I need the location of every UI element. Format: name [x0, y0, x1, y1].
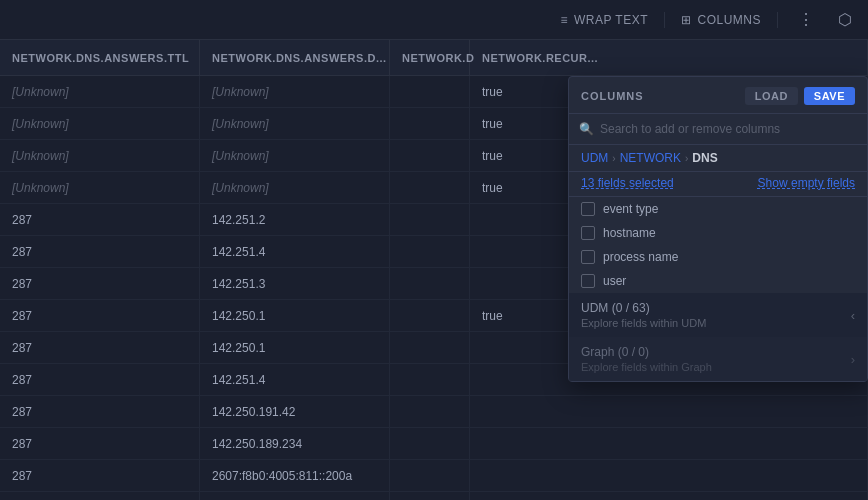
table-cell — [470, 428, 868, 459]
toolbar-divider-1 — [664, 12, 665, 28]
panel-header: COLUMNS LOAD SAVE — [569, 77, 867, 114]
table-cell: 2607:f8b0:4005:811::200a — [200, 460, 390, 491]
udm-section-subtitle: Explore fields within UDM — [581, 317, 706, 329]
table-cell: 142.250.191.42 — [200, 396, 390, 427]
breadcrumb: UDM › NETWORK › DNS — [569, 145, 867, 172]
field-item-process-name[interactable]: process name — [569, 245, 867, 269]
table-cell: 142.251.4 — [200, 364, 390, 395]
table-cell: 287 — [0, 204, 200, 235]
field-label-hostname: hostname — [603, 226, 855, 240]
table-cell — [390, 140, 470, 171]
cell-unknown: [Unknown] — [200, 108, 390, 139]
col-header-2: NETWORK.DNS.ANSWERS.D... — [200, 40, 390, 75]
col-header-last: NETWORK.RECUR... — [470, 40, 868, 75]
panel-actions: LOAD SAVE — [745, 87, 855, 105]
table-cell: 142.251.2 — [200, 204, 390, 235]
table-cell: 142.250.189.234 — [200, 428, 390, 459]
search-container: 🔍 — [569, 114, 867, 145]
table-cell: 287 — [0, 492, 200, 500]
cell-unknown: [Unknown] — [0, 172, 200, 203]
table-cell: 142.251.4 — [200, 236, 390, 267]
checkbox-event-type[interactable] — [581, 202, 595, 216]
udm-section-left: UDM (0 / 63) Explore fields within UDM — [581, 301, 706, 329]
checkbox-hostname[interactable] — [581, 226, 595, 240]
breadcrumb-separator-1: › — [612, 153, 615, 164]
col-header-1: NETWORK.DNS.ANSWERS.TTL — [0, 40, 200, 75]
wrap-text-icon: ≡ — [560, 13, 568, 27]
table-header: NETWORK.DNS.ANSWERS.TTL NETWORK.DNS.ANSW… — [0, 40, 868, 76]
more-options-button[interactable]: ⋮ — [794, 8, 818, 31]
table-cell: 287 — [0, 268, 200, 299]
field-label-user: user — [603, 274, 855, 288]
table-row: 287 2607:f8b0:4005:806::200a 3690 — [0, 492, 868, 500]
col-header-3: NETWORK.D — [390, 40, 470, 75]
table-cell — [390, 268, 470, 299]
table-cell — [390, 204, 470, 235]
table-cell — [470, 492, 868, 500]
table-cell — [390, 428, 470, 459]
graph-section-subtitle: Explore fields within Graph — [581, 361, 712, 373]
table-row: 287 2607:f8b0:4005:811::200a — [0, 460, 868, 492]
table-cell — [390, 236, 470, 267]
search-input[interactable] — [600, 122, 857, 136]
breadcrumb-level1[interactable]: NETWORK — [620, 151, 681, 165]
unchecked-field-list: event type hostname process name user — [569, 197, 867, 293]
panel-title: COLUMNS — [581, 90, 644, 102]
table-cell: 287 — [0, 428, 200, 459]
table-cell — [390, 108, 470, 139]
table-cell: 3690 — [390, 492, 470, 500]
columns-label: COLUMNS — [697, 13, 761, 27]
show-empty-fields[interactable]: Show empty fields — [758, 176, 855, 190]
columns-button[interactable]: ⊞ COLUMNS — [681, 13, 761, 27]
field-item-event-type[interactable]: event type — [569, 197, 867, 221]
toolbar-divider-2 — [777, 12, 778, 28]
udm-section[interactable]: UDM (0 / 63) Explore fields within UDM ‹ — [569, 293, 867, 337]
load-button[interactable]: LOAD — [745, 87, 798, 105]
table-cell: 287 — [0, 396, 200, 427]
field-item-hostname[interactable]: hostname — [569, 221, 867, 245]
graph-section-arrow: › — [851, 352, 855, 367]
breadcrumb-current: DNS — [692, 151, 717, 165]
table-cell — [470, 460, 868, 491]
table-cell — [390, 364, 470, 395]
wrap-text-button[interactable]: ≡ WRAP TEXT — [560, 13, 648, 27]
udm-section-arrow: ‹ — [851, 308, 855, 323]
udm-section-title: UDM (0 / 63) — [581, 301, 706, 315]
table-cell — [390, 172, 470, 203]
table-cell: 2607:f8b0:4005:806::200a — [200, 492, 390, 500]
table-cell: 287 — [0, 364, 200, 395]
search-icon: 🔍 — [579, 122, 594, 136]
columns-icon: ⊞ — [681, 13, 692, 27]
table-cell: 142.250.1 — [200, 332, 390, 363]
graph-section-title: Graph (0 / 0) — [581, 345, 712, 359]
table-cell: 287 — [0, 300, 200, 331]
breadcrumb-separator-2: › — [685, 153, 688, 164]
breadcrumb-root[interactable]: UDM — [581, 151, 608, 165]
wrap-text-label: WRAP TEXT — [574, 13, 648, 27]
table-cell: 142.251.3 — [200, 268, 390, 299]
checkbox-process-name[interactable] — [581, 250, 595, 264]
cell-unknown: [Unknown] — [0, 108, 200, 139]
graph-section[interactable]: Graph (0 / 0) Explore fields within Grap… — [569, 337, 867, 381]
top-toolbar: ≡ WRAP TEXT ⊞ COLUMNS ⋮ ⬡ — [0, 0, 868, 40]
table-cell — [390, 300, 470, 331]
cell-unknown: [Unknown] — [0, 140, 200, 171]
table-cell — [390, 76, 470, 107]
checkbox-user[interactable] — [581, 274, 595, 288]
table-cell: 142.250.1 — [200, 300, 390, 331]
table-row: 287 142.250.189.234 — [0, 428, 868, 460]
table-cell: 287 — [0, 460, 200, 491]
save-button[interactable]: SAVE — [804, 87, 855, 105]
expand-button[interactable]: ⬡ — [834, 8, 856, 31]
fields-selected[interactable]: 13 fields selected — [581, 176, 674, 190]
table-cell — [390, 396, 470, 427]
field-label-event-type: event type — [603, 202, 855, 216]
field-item-user[interactable]: user — [569, 269, 867, 293]
table-row: 287 142.250.191.42 — [0, 396, 868, 428]
cell-unknown: [Unknown] — [200, 76, 390, 107]
cell-unknown: [Unknown] — [200, 140, 390, 171]
field-label-process-name: process name — [603, 250, 855, 264]
cell-unknown: [Unknown] — [0, 76, 200, 107]
graph-section-left: Graph (0 / 0) Explore fields within Grap… — [581, 345, 712, 373]
summary-row: 13 fields selected Show empty fields — [569, 172, 867, 197]
